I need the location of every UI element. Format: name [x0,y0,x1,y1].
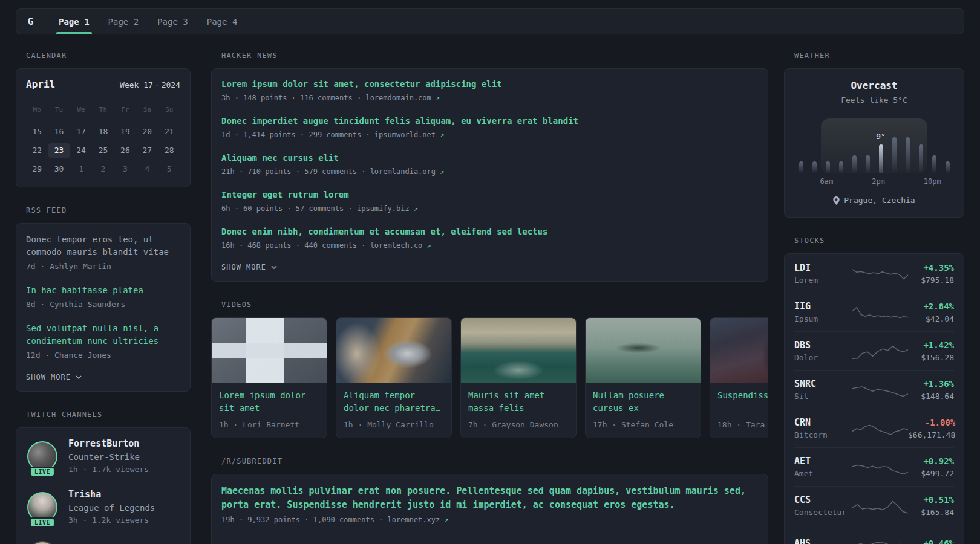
stock-row[interactable]: IIG Ipsum +2.84% $42.04 [794,293,954,331]
video-title[interactable]: Mauris sit amet massa felis [468,389,569,415]
hackernews-item-domain[interactable]: loremtech.co [370,241,423,250]
video-title[interactable]: Aliquam tempor dolor nec pharetra… [344,389,444,415]
weather-bar [799,161,803,173]
stock-price: $66,171.48 [908,430,955,439]
stock-row[interactable]: CCS Consectetur +0.51% $165.84 [794,486,954,525]
video-card-body: Lorem ipsum dolor sit amet consectetu… 1… [212,383,327,438]
calendar-day: 5 [158,161,180,177]
nav-tab[interactable]: Page 3 [156,9,189,34]
stock-row[interactable]: LDI Lorem +4.35% $795.18 [794,254,954,293]
rss-item-title[interactable]: Donec tempor eros leo, ut commodo mauris… [26,233,180,259]
calendar-day: 3 [114,161,136,177]
calendar-weekday: We [70,102,92,118]
stock-row[interactable]: SNRC Sit +1.36% $148.64 [794,370,954,409]
stock-sparkline [852,457,908,478]
hackernews-item-title[interactable]: Integer eget rutrum lorem [221,189,758,201]
rss-item-title[interactable]: Sed volutpat nulla nisl, a condimentum n… [26,322,180,348]
avatar [27,541,57,544]
hackernews-item-domain[interactable]: ipsumify.biz [357,204,410,213]
weather-bar [932,155,936,173]
stock-id: DBS Dolor [794,340,852,362]
video-thumbnail[interactable] [586,318,701,383]
stock-values: +0.92% $499.72 [921,456,954,478]
weather-bar [866,155,870,173]
stock-row[interactable]: AET Amet +0.92% $499.72 [794,447,954,486]
weather-hour-label [885,177,898,186]
calendar-day: 21 [158,124,180,140]
stock-change: +2.84% [923,301,954,312]
video-thumbnail[interactable] [212,318,327,383]
calendar-day: 24 [70,143,92,158]
weather-hour-label [941,177,954,186]
video-card: Lorem ipsum dolor sit amet consectetu… 1… [211,317,327,438]
subreddit-post-title[interactable]: Maecenas mollis pulvinar erat non posuer… [221,484,758,512]
stock-values: +4.35% $795.18 [921,262,954,285]
hackernews-item-domain[interactable]: loremdomain.com [365,94,431,102]
weather-bar [892,137,897,173]
hackernews-item-title[interactable]: Lorem ipsum dolor sit amet, consectetur … [221,79,758,90]
weather-bar-column [914,144,927,173]
stock-symbol: SNRC [794,378,852,390]
chevron-down-icon [76,375,82,379]
subreddit-post-meta: 19h · 9,932 points · 1,090 comments · lo… [221,516,758,524]
twitch-avatar-wrap [26,541,59,544]
stock-id: CRN Bitcorn [794,417,852,439]
calendar-day: 2 [92,161,114,177]
video-card: Nullam posuere cursus ex 17h · Stefan Co… [585,317,701,438]
nav-tab[interactable]: Page 1 [57,9,91,34]
video-title[interactable]: Lorem ipsum dolor sit amet consectetu… [219,389,319,415]
nav-tab-label: Page 2 [108,17,139,27]
calendar-day: 27 [136,143,158,158]
nav-tab-label: Page 1 [59,17,90,27]
hackernews-widget: HACKER NEWS Lorem ipsum dolor sit amet, … [211,51,768,282]
twitch-channel-name[interactable]: Trisha [68,488,155,500]
video-thumbnail[interactable] [336,318,451,383]
twitch-channel-info: ForrestBurton Counter-Strike 1h · 1.7k v… [68,438,149,475]
stock-symbol: AHS [794,538,852,544]
video-title[interactable]: Suspendisse diam [717,389,768,415]
hackernews-item-title[interactable]: Donec enim nibh, condimentum et accumsan… [221,226,758,238]
weather-bar-column [941,161,954,173]
stock-id: IIG Ipsum [794,301,852,323]
hackernews-show-more-button[interactable]: SHOW MORE [221,263,758,271]
stock-sparkline [852,302,908,323]
video-thumbnail[interactable] [461,318,576,383]
nav-tab-label: Page 4 [207,17,238,27]
weather-hour-label: 10pm [924,177,941,186]
twitch-channel-row[interactable]: KendallCarr [26,539,180,544]
hackernews-item-title[interactable]: Aliquam nec cursus elit [221,152,758,164]
twitch-channel-row[interactable]: LIVE Trisha League of Legends 3h · 1.2k … [26,488,180,526]
video-title[interactable]: Nullam posuere cursus ex [593,389,693,415]
stock-row[interactable]: CRN Bitcorn -1.00% $66,171.48 [794,409,954,447]
rss-item-title[interactable]: In hac habitasse platea [26,284,180,297]
stock-sparkline [852,341,908,361]
twitch-channel-game: League of Legends [68,502,155,514]
calendar-day: 15 [26,124,48,140]
stock-id: SNRC Sit [794,378,852,401]
stock-row[interactable]: AHS +0.46% [794,525,954,544]
hackernews-item-domain[interactable]: loremlandia.org [370,167,436,176]
stock-name: Bitcorn [794,430,852,439]
nav-tab[interactable]: Page 4 [206,9,239,34]
stock-row[interactable]: DBS Dolor +1.42% $156.28 [794,331,954,370]
hackernews-item: Aliquam nec cursus elit 21h · 710 points… [221,152,758,176]
nav-tab[interactable]: Page 2 [107,9,140,34]
weather-bars: 9° [794,118,954,173]
rss-widget-label: RSS FEED [26,206,191,215]
live-badge: LIVE [30,517,55,528]
stock-id: CCS Consectetur [794,494,852,517]
hackernews-item-domain[interactable]: ipsumworld.net [374,131,436,139]
stock-name: Sit [794,392,852,401]
rss-show-more-button[interactable]: SHOW MORE [26,373,180,381]
twitch-channel-row[interactable]: LIVE ForrestBurton Counter-Strike 1h · 1… [26,438,180,475]
app-logo[interactable]: G [16,9,45,34]
video-thumbnail[interactable] [710,318,768,383]
subreddit-post-domain[interactable]: loremnet.xyz [388,516,440,524]
twitch-channel-name[interactable]: ForrestBurton [68,438,149,450]
hackernews-item-title[interactable]: Donec imperdiet augue tincidunt felis al… [221,115,758,127]
stock-name: Lorem [794,276,852,285]
nav-tab-label: Page 3 [157,17,188,27]
rss-item-meta: 8d · Cynthia Saunders [26,300,180,309]
subreddit-widget-label: /R/SUBREDDIT [221,457,768,465]
weather-bar-column [861,155,874,173]
